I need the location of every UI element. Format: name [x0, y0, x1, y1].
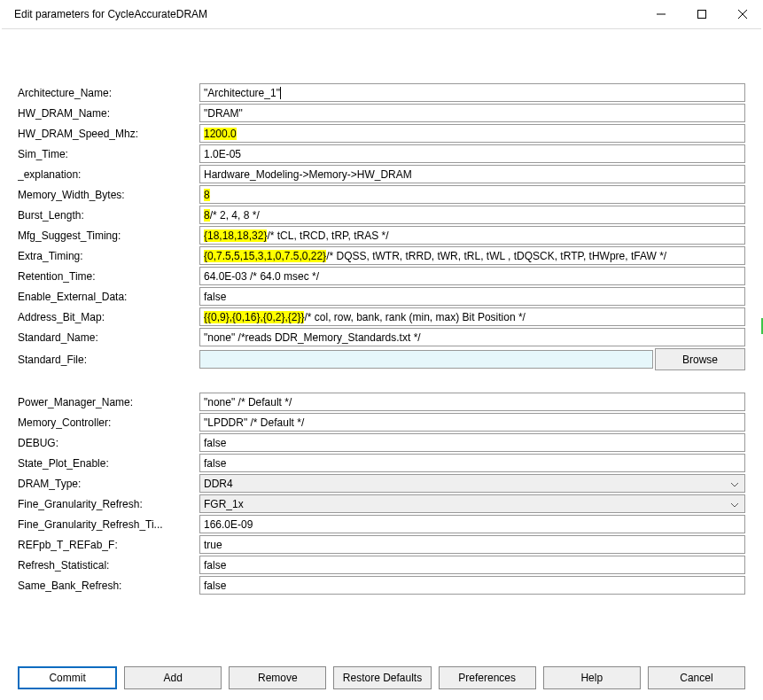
field-label: Fine_Granularity_Refresh_Ti...	[18, 518, 199, 531]
field-label: Same_Bank_Refresh:	[18, 579, 199, 592]
browse-button[interactable]: Browse	[655, 348, 745, 370]
text-input[interactable]: 64.0E-03 /* 64.0 msec */	[199, 267, 745, 285]
form-row: Refresh_Statistical:false	[18, 555, 745, 575]
titlebar: Edit parameters for CycleAccurateDRAM	[0, 0, 763, 28]
add-button[interactable]: Add	[124, 666, 222, 689]
text-input[interactable]: 1.0E-05	[199, 144, 745, 163]
field-label: HW_DRAM_Speed_Mhz:	[18, 128, 199, 140]
form-row: HW_DRAM_Speed_Mhz:1200.0	[18, 123, 745, 144]
field-value: true	[204, 539, 222, 551]
field-container: "Architecture_1"	[199, 82, 745, 103]
field-value: "none" /* Default */	[204, 396, 292, 408]
commit-button[interactable]: Commit	[18, 666, 117, 689]
text-input[interactable]: false	[199, 576, 745, 595]
highlighted-value: {0,7.5,5,15,3,1,0,7.5,0,22}	[204, 250, 326, 262]
highlighted-value: {{0,9},{0,16},{0,2},{2}}	[204, 311, 304, 323]
form-row: Burst_Length:8 /* 2, 4, 8 */	[18, 205, 745, 225]
help-button[interactable]: Help	[543, 666, 641, 689]
text-input[interactable]: false	[199, 287, 745, 306]
maximize-button[interactable]	[681, 0, 722, 28]
field-container: true	[199, 534, 745, 555]
field-value: Hardware_Modeling->Memory->HW_DRAM	[204, 168, 412, 181]
form-content: Architecture_Name:"Architecture_1"HW_DRA…	[0, 29, 763, 595]
close-button[interactable]	[722, 0, 763, 28]
text-input[interactable]: {{0,9},{0,16},{0,2},{2}} /* col, row, ba…	[199, 307, 745, 326]
field-container: 1200.0	[199, 123, 745, 144]
text-input[interactable]: "Architecture_1"	[199, 83, 745, 102]
form-row	[18, 371, 745, 392]
text-input[interactable]: false	[199, 433, 745, 452]
field-label: Memory_Width_Bytes:	[18, 189, 199, 201]
form-row: Memory_Width_Bytes:8	[18, 184, 745, 205]
field-value: false	[204, 559, 226, 572]
highlighted-value: 1200.0	[204, 128, 237, 140]
text-input[interactable]: {18,18,18,32} /* tCL, tRCD, tRP, tRAS */	[199, 226, 745, 245]
select-value: DDR4	[204, 478, 233, 490]
form-row: _explanation:Hardware_Modeling->Memory->…	[18, 164, 745, 184]
field-label: HW_DRAM_Name:	[18, 107, 199, 120]
field-value: "Architecture_1"	[204, 87, 280, 99]
select-value: FGR_1x	[204, 498, 244, 510]
highlighted-value: {18,18,18,32}	[204, 229, 267, 242]
field-container: 8 /* 2, 4, 8 */	[199, 205, 745, 225]
form-row: Fine_Granularity_Refresh:FGR_1x	[18, 494, 745, 514]
text-input[interactable]: 8 /* 2, 4, 8 */	[199, 206, 745, 224]
text-input[interactable]: 1200.0	[199, 124, 745, 143]
field-value: "LPDDR" /* Default */	[204, 416, 304, 429]
file-input[interactable]	[199, 350, 653, 369]
text-input[interactable]: 8	[199, 185, 745, 204]
field-label: Sim_Time:	[18, 148, 199, 160]
cancel-button[interactable]: Cancel	[648, 666, 745, 689]
field-label: State_Plot_Enable:	[18, 457, 199, 470]
minimize-button[interactable]	[641, 0, 681, 28]
field-value: 64.0E-03 /* 64.0 msec */	[204, 270, 319, 283]
text-input[interactable]: true	[199, 535, 745, 554]
text-input[interactable]: false	[199, 556, 745, 574]
field-label: Extra_Timing:	[18, 250, 199, 262]
text-input[interactable]: 166.0E-09	[199, 515, 745, 533]
form-row: Power_Manager_Name:"none" /* Default */	[18, 392, 745, 412]
select-input[interactable]: FGR_1x	[199, 494, 745, 513]
field-value: "none" /*reads DDR_Memory_Standards.txt …	[204, 331, 421, 344]
chevron-down-icon	[730, 478, 739, 490]
field-label: Address_Bit_Map:	[18, 311, 199, 323]
form-row: Fine_Granularity_Refresh_Ti...166.0E-09	[18, 514, 745, 534]
value-comment: /* 2, 4, 8 */	[210, 209, 260, 222]
form-row: Same_Bank_Refresh:false	[18, 575, 745, 595]
field-container: false	[199, 575, 745, 595]
form-row: REFpb_T_REFab_F:true	[18, 534, 745, 555]
field-container: {18,18,18,32} /* tCL, tRCD, tRP, tRAS */	[199, 225, 745, 245]
text-input[interactable]: "LPDDR" /* Default */	[199, 413, 745, 432]
preferences-button[interactable]: Preferences	[439, 666, 536, 689]
field-label: Enable_External_Data:	[18, 291, 199, 303]
form-row: Retention_Time:64.0E-03 /* 64.0 msec */	[18, 266, 745, 286]
field-value: false	[204, 457, 226, 470]
value-comment: /* col, row, bank, rank (min, max) Bit P…	[304, 311, 525, 323]
field-label: _explanation:	[18, 168, 199, 181]
form-row: DEBUG:false	[18, 432, 745, 453]
field-value: false	[204, 291, 226, 303]
field-container: 64.0E-03 /* 64.0 msec */	[199, 266, 745, 286]
restore-defaults-button[interactable]: Restore Defaults	[333, 666, 431, 689]
field-label: Burst_Length:	[18, 209, 199, 222]
highlighted-value: 8	[204, 189, 210, 201]
form-row: Standard_Name:"none" /*reads DDR_Memory_…	[18, 327, 745, 347]
field-value: "DRAM"	[204, 107, 243, 120]
field-label: DEBUG:	[18, 437, 199, 449]
field-label: Refresh_Statistical:	[18, 559, 199, 572]
remove-button[interactable]: Remove	[229, 666, 326, 689]
text-input[interactable]: "DRAM"	[199, 104, 745, 122]
text-input[interactable]: Hardware_Modeling->Memory->HW_DRAM	[199, 165, 745, 183]
text-input[interactable]: "none" /*reads DDR_Memory_Standards.txt …	[199, 328, 745, 346]
form-row: Architecture_Name:"Architecture_1"	[18, 82, 745, 103]
field-label: REFpb_T_REFab_F:	[18, 539, 199, 551]
text-input[interactable]: false	[199, 454, 745, 472]
form-row: HW_DRAM_Name:"DRAM"	[18, 103, 745, 123]
text-input[interactable]: {0,7.5,5,15,3,1,0,7.5,0,22} /* DQSS, tWT…	[199, 246, 745, 265]
chevron-down-icon	[730, 498, 739, 510]
field-value: false	[204, 579, 226, 592]
text-input[interactable]: "none" /* Default */	[199, 393, 745, 411]
field-label: Standard_Name:	[18, 331, 199, 344]
select-input[interactable]: DDR4	[199, 474, 745, 493]
field-container: FGR_1x	[199, 494, 745, 514]
